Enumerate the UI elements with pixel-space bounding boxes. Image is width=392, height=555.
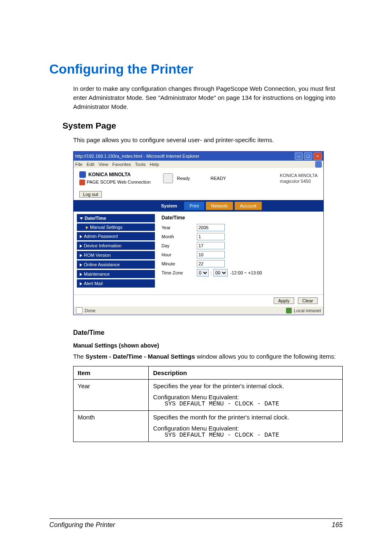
sidebar-item-device-information[interactable]: Device Information [77,242,155,250]
manual-settings-heading: Manual Settings (shown above) [49,342,343,349]
printer-status-icon [163,173,173,183]
sidebar-item-label: Manual Settings [90,225,122,230]
ie-logo-icon [315,161,322,168]
printer-ready-big: READY [210,176,226,181]
logout-row: Log out [74,189,323,200]
status-zone-text: Local intranet [294,308,321,313]
timezone-hour-select[interactable]: 0 [197,269,209,276]
main-pane: Date/Time Year Month Day Hour Minute Tim… [157,212,323,295]
sidebar-item-admin-password[interactable]: Admin Password [77,232,155,240]
window-max-icon[interactable]: □ [304,152,312,160]
tab-row: System Print Network Account [74,200,323,210]
pagescope-text: PAGE SCOPE Web Connection [87,180,151,184]
minute-field[interactable] [197,260,225,267]
day-label: Day [161,243,197,248]
menu-file[interactable]: File [75,162,83,167]
chevron-right-icon [80,244,82,248]
cell-description: Specifies the year for the printer's int… [149,379,343,410]
printer-ready-small: Ready [177,176,190,181]
sidebar-item-label: Date/Time [85,216,106,221]
km-logo-text: KONICA MINOLTA [88,172,131,177]
sidebar-item-maintenance[interactable]: Maintenance [77,270,155,278]
apply-button[interactable]: Apply [274,297,294,304]
month-field[interactable] [197,233,225,240]
sidebar-item-label: Maintenance [84,272,110,276]
day-field[interactable] [197,242,225,249]
logout-button[interactable]: Log out [79,191,102,198]
browser-status-bar: Done Local intranet [74,306,323,315]
sidebar-item-label: Device Information [84,243,122,248]
cell-description: Specifies the month for the printer's in… [149,410,343,442]
menu-help[interactable]: Help [150,162,159,167]
tab-network[interactable]: Network [206,202,233,210]
sidebar-item-date-time[interactable]: Date/Time [77,214,155,222]
sidebar-item-label: Online Assistance [84,262,120,267]
sidebar-item-label: Alert Mail [84,281,103,286]
intro-paragraph: In order to make any configuration chang… [49,84,343,111]
tab-print[interactable]: Print [184,202,204,210]
chevron-right-icon [86,226,88,229]
system-page-heading: System Page [49,121,343,131]
hour-field[interactable] [197,251,225,258]
device-brand: KONICA MINOLTA [280,173,318,178]
minute-label: Minute [161,261,197,266]
footer-title: Configuring the Printer [49,521,115,529]
th-description: Description [149,366,343,379]
window-min-icon[interactable]: – [295,152,303,160]
sidebar-item-label: ROM Version [84,253,111,258]
pagescope-icon [79,180,85,185]
manual-settings-paragraph: The System - Date/Time - Manual Settings… [49,352,343,361]
status-done-icon [76,307,83,314]
chevron-right-icon [80,263,82,267]
page-title: Configuring the Printer [49,62,343,77]
tab-account[interactable]: Account [235,202,262,210]
menu-favorites[interactable]: Favorites [112,162,131,167]
form-heading: Date/Time [161,215,318,221]
cell-item: Year [74,379,149,410]
device-info: KONICA MINOLTA magicolor 5450 [280,173,318,184]
sidebar-item-label: Admin Password [84,234,118,239]
year-field[interactable] [197,224,225,231]
timezone-label: Time Zone [161,270,197,275]
th-item: Item [74,366,149,379]
footer-page-number: 165 [332,521,343,529]
page-footer: Configuring the Printer 165 [49,518,343,529]
system-page-text: This page allows you to configure severa… [49,136,343,145]
table-row: Month Specifies the month for the printe… [74,410,343,442]
clear-button[interactable]: Clear [298,297,318,304]
sidebar-item-alert-mail[interactable]: Alert Mail [77,279,155,288]
chevron-down-icon [80,217,83,220]
year-label: Year [161,225,197,230]
content-area: Date/Time Manual Settings Admin Password… [74,212,323,295]
sidebar-item-rom-version[interactable]: ROM Version [77,251,155,259]
device-model: magicolor 5450 [280,178,318,184]
hour-label: Hour [161,252,197,257]
month-label: Month [161,234,197,239]
chevron-right-icon [80,235,82,238]
timezone-range: -12:00 ~ +13:00 [230,270,262,275]
window-close-icon[interactable]: × [314,152,322,160]
button-row: Apply Clear [74,295,323,306]
menu-edit[interactable]: Edit [87,162,95,167]
window-title-text: http://192.168.1.193/a_index.html - Micr… [75,154,293,159]
chevron-right-icon [80,282,82,286]
sidebar-item-manual-settings[interactable]: Manual Settings [77,223,155,231]
table-row: Year Specifies the year for the printer'… [74,379,343,410]
tab-system[interactable]: System [156,202,182,210]
menu-tools[interactable]: Tools [135,162,146,167]
browser-menu-bar: File Edit View Favorites Tools Help [74,161,323,168]
km-logo-icon [79,171,86,178]
app-header: KONICA MINOLTA PAGE SCOPE Web Connection… [74,168,323,189]
chevron-right-icon [80,273,82,276]
intranet-zone-icon [286,308,292,313]
menu-view[interactable]: View [99,162,108,167]
timezone-min-select[interactable]: 00 [213,269,228,276]
logo-block: KONICA MINOLTA PAGE SCOPE Web Connection [79,171,151,185]
cell-item: Month [74,410,149,442]
sidebar-item-online-assistance[interactable]: Online Assistance [77,260,155,269]
date-time-heading: Date/Time [49,329,343,336]
settings-table: Item Description Year Specifies the year… [73,366,343,442]
chevron-right-icon [80,254,82,257]
sidebar: Date/Time Manual Settings Admin Password… [74,212,157,295]
embedded-screenshot: http://192.168.1.193/a_index.html - Micr… [73,151,324,315]
